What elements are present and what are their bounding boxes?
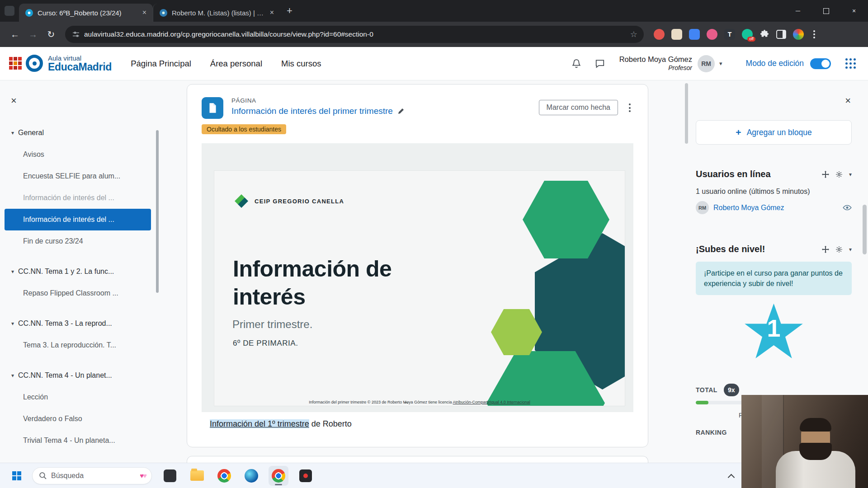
tab-close-icon[interactable]: × <box>142 9 147 17</box>
forward-button[interactable]: → <box>25 27 41 42</box>
chevron-down-icon[interactable]: ▾ <box>11 320 14 327</box>
mark-as-done-button[interactable]: Marcar como hecha <box>539 100 618 115</box>
license-link[interactable]: Atribución-CompartirIgual 4.0 Internacio… <box>453 400 530 404</box>
collapse-block-chevron-icon[interactable]: ▾ <box>849 246 852 253</box>
edge-icon[interactable] <box>241 466 261 486</box>
window-maximize-button[interactable] <box>812 0 840 22</box>
page-scrollbar-thumb[interactable] <box>863 205 867 254</box>
section-ccnn-tema-3[interactable]: ▾ CC.NN. Tema 3 - La reprod... <box>0 313 159 334</box>
hexagon-light-green <box>491 309 542 355</box>
taskbar-search[interactable]: Búsqueda ♥♥ <box>32 467 152 484</box>
section-ccnn-tema-1-2[interactable]: ▾ CC.NN. Tema 1 y 2. La func... <box>0 261 159 282</box>
sidebar-item-verdadero-falso[interactable]: Verdadero o Falso <box>0 408 159 430</box>
extensions-puzzle-icon[interactable] <box>760 29 769 39</box>
side-panel-icon[interactable] <box>776 30 786 39</box>
back-button[interactable]: ← <box>7 27 23 42</box>
window-minimize-button[interactable]: ─ <box>784 0 812 22</box>
tab-close-icon[interactable]: × <box>269 9 275 17</box>
online-user-row: RM Roberto Moya Gómez <box>696 201 852 214</box>
tray-expand-chevron-icon[interactable] <box>728 474 735 481</box>
nav-home-link[interactable]: Página Principal <box>131 59 191 69</box>
online-user-link[interactable]: Roberto Moya Gómez <box>713 204 838 212</box>
sidebar-scrollbar[interactable] <box>156 130 159 293</box>
edit-mode-toggle[interactable] <box>810 58 831 69</box>
browser-tab-inactive[interactable]: Roberto M. (Listas) (listas) | Me... × <box>153 4 280 22</box>
move-block-icon[interactable] <box>822 246 829 253</box>
block-settings-gear-icon[interactable] <box>835 171 843 178</box>
sidebar-item-informacion-hidden[interactable]: Información de interés del ... <box>0 187 159 209</box>
extension-red-icon[interactable] <box>654 29 665 40</box>
user-avatar[interactable]: RM <box>698 55 715 72</box>
educamadrid-logo[interactable]: Aula virtual EducaMadrid <box>9 55 112 73</box>
webcam-overlay <box>741 395 868 488</box>
extension-pink-icon[interactable] <box>707 29 717 40</box>
sidebar-item-avisos[interactable]: Avisos <box>0 144 159 165</box>
chrome-icon[interactable] <box>214 466 234 486</box>
apps-grid-icon[interactable] <box>845 58 856 69</box>
level-star: 1 <box>744 302 804 362</box>
reload-button[interactable]: ↻ <box>43 27 59 42</box>
browser-tab-active[interactable]: Curso: 6ºB_Roberto (23/24) × <box>19 4 153 22</box>
sidebar-item-encuesta[interactable]: Encuesta SELFIE para alum... <box>0 165 159 187</box>
window-menu-icon[interactable] <box>5 6 14 16</box>
logo-emblem-icon <box>26 55 43 72</box>
nav-courses-link[interactable]: Mis cursos <box>281 59 321 69</box>
sidebar-item-leccion[interactable]: Lección <box>0 386 159 408</box>
media-app-icon[interactable] <box>296 466 316 486</box>
start-button[interactable] <box>12 471 21 480</box>
activity-type-label: PÁGINA <box>231 97 539 104</box>
close-blocks-drawer-icon[interactable]: × <box>845 96 851 106</box>
bookmark-star-icon[interactable]: ☆ <box>630 29 637 39</box>
section-ccnn-tema-4[interactable]: ▾ CC.NN. Tema 4 - Un planet... <box>0 365 159 386</box>
extension-grammar-icon[interactable]: off <box>742 29 753 40</box>
logo-text-top: Aula virtual <box>48 55 112 62</box>
activity-menu-icon[interactable] <box>626 98 633 117</box>
user-name: Roberto Moya Gómez <box>619 55 692 64</box>
chevron-down-icon[interactable]: ▾ <box>11 130 14 136</box>
search-highlight-icon[interactable]: ♥♥ <box>140 472 146 479</box>
extension-cream-icon[interactable] <box>671 29 682 40</box>
extension-blue-icon[interactable] <box>689 29 700 40</box>
section-general[interactable]: ▾ General <box>0 122 159 144</box>
messages-icon[interactable] <box>594 58 606 70</box>
content-scrollbar-thumb[interactable] <box>685 83 688 144</box>
resize-cursor-icon: ↔ <box>403 399 409 405</box>
level-number: 1 <box>744 314 804 342</box>
block-settings-gear-icon[interactable] <box>835 246 843 253</box>
activity-title-link[interactable]: Información de interés del primer trimes… <box>231 106 393 116</box>
search-placeholder: Búsqueda <box>51 472 135 480</box>
dark-app-icon[interactable] <box>160 466 180 486</box>
extension-t-icon[interactable]: T <box>724 29 735 40</box>
window-close-button[interactable]: × <box>840 0 868 22</box>
chrome-active-icon[interactable] <box>269 466 288 486</box>
description-link[interactable]: Información del 1º trimestre <box>210 419 309 428</box>
notifications-bell-icon[interactable] <box>571 58 582 70</box>
online-user-avatar: RM <box>696 201 709 214</box>
sidebar-item-informacion-selected[interactable]: Información de interés del ... <box>5 209 151 230</box>
address-bar[interactable]: aulavirtual32.educa.madrid.org/cp.gregor… <box>65 26 644 43</box>
presentation-embed[interactable]: CEIP GREGORIO CANELLA Información de int… <box>202 143 633 412</box>
collapse-block-chevron-icon[interactable]: ▾ <box>849 171 852 178</box>
edit-pencil-icon[interactable] <box>397 108 405 115</box>
eye-icon[interactable] <box>843 205 852 211</box>
move-block-icon[interactable] <box>822 171 829 178</box>
sidebar-item-trivial-tema4[interactable]: Trivial Tema 4 - Un planeta... <box>0 430 159 451</box>
xp-progress-fill <box>696 401 708 404</box>
url-text[interactable]: aulavirtual32.educa.madrid.org/cp.gregor… <box>84 30 626 38</box>
nav-dashboard-link[interactable]: Área personal <box>210 59 262 69</box>
tab-favicon <box>160 9 167 17</box>
file-explorer-icon[interactable] <box>187 466 207 486</box>
chevron-down-icon[interactable]: ▾ <box>11 372 14 379</box>
activity-description: Información del 1º trimestre de Roberto <box>210 419 633 447</box>
sidebar-item-tema3-reproduccion[interactable]: Tema 3. La reproducción. T... <box>0 334 159 356</box>
profile-avatar-icon[interactable] <box>793 29 804 40</box>
user-menu-chevron-icon[interactable]: ▾ <box>719 60 722 67</box>
browser-menu-icon[interactable] <box>811 28 818 40</box>
new-tab-button[interactable]: + <box>280 5 299 17</box>
sidebar-item-repaso-flipped[interactable]: Repaso Flipped Classroom ... <box>0 282 159 304</box>
site-settings-icon[interactable] <box>72 31 80 38</box>
close-drawer-icon[interactable]: × <box>11 96 17 106</box>
sidebar-item-fin-de-curso[interactable]: Fin de curso 23/24 <box>0 230 159 252</box>
chevron-down-icon[interactable]: ▾ <box>11 268 14 275</box>
add-block-button[interactable]: + Agregar un bloque <box>696 120 852 145</box>
